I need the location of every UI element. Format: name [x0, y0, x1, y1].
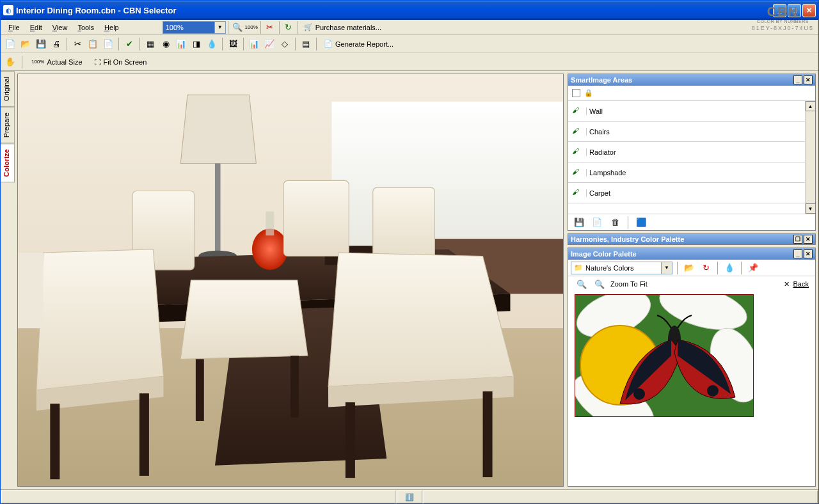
grid-icon[interactable]: ▦	[143, 37, 157, 51]
bar-chart-icon[interactable]: 📊	[247, 37, 261, 51]
tab-original[interactable]: Original	[1, 71, 15, 107]
reload-icon[interactable]: ↻	[699, 261, 713, 275]
area-row[interactable]: 🖌Radiator	[568, 142, 805, 162]
panel-minimize-button[interactable]: _	[793, 249, 802, 258]
right-panels: SmartImage Areas _ ✕ 🔒 🖌Wall🖌Chairs🖌Radi…	[568, 74, 816, 487]
paste-icon[interactable]: 📄	[101, 37, 115, 51]
zoom-100-icon[interactable]: 100%	[244, 20, 258, 35]
palette-combo[interactable]: 📁Nature's Colors ▼	[571, 262, 672, 274]
open-icon[interactable]: 📂	[19, 37, 33, 51]
print-icon[interactable]: 🖨	[49, 37, 63, 51]
color-wheel-icon[interactable]: ◉	[159, 37, 173, 51]
purchase-materials-button[interactable]: 🛒 Purchase materials...	[300, 22, 385, 33]
open-folder-icon[interactable]: 📂	[682, 261, 696, 275]
svg-rect-26	[290, 356, 299, 418]
actual-size-button[interactable]: 100% Actual Size	[27, 56, 87, 68]
main-area: SmartImage Areas _ ✕ 🔒 🖌Wall🖌Chairs🖌Radi…	[15, 71, 818, 489]
fit-screen-button[interactable]: ⛶ Fit On Screen	[90, 56, 152, 68]
fit-screen-icon: ⛶	[94, 58, 101, 66]
brand-logo: CBN COLOR BY NUMBERS 81EY-8XJ0-74U5	[752, 0, 814, 36]
erase-icon[interactable]: ◇	[278, 37, 292, 51]
menu-view[interactable]: View	[47, 22, 73, 33]
svg-marker-16	[36, 249, 164, 390]
palette-image[interactable]	[575, 294, 754, 417]
panel-close-button[interactable]: ✕	[804, 75, 813, 84]
menu-bar: File Edit View Tools Help ▼ 🔍 100% ✂ ↻ 🛒…	[1, 20, 818, 35]
app-icon: ◐	[3, 5, 13, 15]
menu-help[interactable]: Help	[99, 22, 124, 33]
area-row[interactable]: 🖌Chairs	[568, 122, 805, 142]
panel-close-button[interactable]: ✕	[804, 249, 813, 258]
zoom-combo[interactable]: ▼	[163, 21, 226, 34]
smartimage-list: 🖌Wall🖌Chairs🖌Radiator🖌Lampshade🖌Carpet ▲…	[568, 101, 815, 214]
contrast-icon[interactable]: ◨	[189, 37, 203, 51]
svg-rect-22	[346, 402, 355, 478]
back-button[interactable]: Back	[793, 280, 809, 288]
menu-edit[interactable]: Edit	[25, 22, 47, 33]
pin-icon[interactable]: 📌	[746, 261, 760, 275]
zoom-input[interactable]	[163, 22, 214, 33]
palette-sub-toolbar: 🔍 🔍 Zoom To Fit ✕ Back	[568, 276, 815, 292]
svg-marker-4	[180, 95, 256, 163]
moth-flower-image	[575, 295, 754, 417]
scrollbar[interactable]: ▲ ▼	[805, 101, 815, 214]
toolbar-view: ✋ 100% Actual Size ⛶ Fit On Screen	[1, 53, 818, 71]
select-all-checkbox[interactable]	[572, 89, 580, 97]
delete-area-icon[interactable]: 🗑	[608, 216, 622, 230]
content-area: Original Prepare Colorize	[1, 71, 818, 489]
zoom-to-fit-button[interactable]: Zoom To Fit	[610, 280, 648, 288]
menu-file[interactable]: File	[3, 22, 25, 33]
tab-prepare[interactable]: Prepare	[1, 107, 15, 143]
levels-icon[interactable]: 📈	[262, 37, 276, 51]
actual-size-icon: 100%	[31, 59, 44, 65]
new-area-icon[interactable]: 📄	[590, 216, 604, 230]
image-viewport[interactable]	[17, 74, 564, 487]
color-select-icon[interactable]: 🟦	[634, 216, 648, 230]
eyedropper-icon[interactable]: 💧	[205, 37, 219, 51]
panel-restore-button[interactable]: ❐	[793, 235, 802, 244]
chevron-down-icon[interactable]: ▼	[661, 262, 672, 274]
image-palette-header: Image Color Palette _ ✕	[568, 248, 815, 260]
zoom-in-icon[interactable]: 🔍	[575, 277, 589, 291]
cut-tool-icon[interactable]: ✂	[263, 20, 277, 35]
refresh-icon[interactable]: ↻	[282, 20, 296, 35]
area-row[interactable]: 🖌Wall	[568, 101, 805, 122]
save-area-icon[interactable]: 💾	[572, 216, 586, 230]
lock-icon[interactable]: 🔒	[584, 89, 593, 97]
menu-tools[interactable]: Tools	[72, 22, 99, 33]
undo-icon[interactable]: ✔	[122, 37, 136, 51]
status-bar: ℹ️	[1, 489, 818, 503]
chart-icon[interactable]: 📊	[174, 37, 188, 51]
area-row[interactable]: 🖌Lampshade	[568, 162, 805, 183]
panel-close-button[interactable]: ✕	[804, 235, 813, 244]
svg-rect-5	[215, 164, 221, 253]
report-icon: 📄	[324, 40, 333, 48]
brush-icon: 🖌	[572, 147, 582, 157]
scroll-up-icon[interactable]: ▲	[806, 101, 816, 111]
svg-rect-18	[50, 404, 60, 479]
cart-icon: 🛒	[304, 23, 313, 31]
eyedropper-icon[interactable]: 💧	[722, 261, 736, 275]
zoom-out-icon[interactable]: 🔍	[592, 277, 607, 291]
save-icon[interactable]: 💾	[34, 37, 48, 51]
cut-icon[interactable]: ✂	[70, 37, 84, 51]
panel-minimize-button[interactable]: _	[793, 75, 802, 84]
chevron-down-icon[interactable]: ▼	[214, 22, 225, 33]
new-icon[interactable]: 📄	[3, 37, 17, 51]
status-cell-left	[1, 491, 395, 503]
layers-icon[interactable]: ▤	[299, 37, 313, 51]
close-x-icon[interactable]: ✕	[784, 280, 790, 288]
generate-report-button[interactable]: 📄 Generate Report...	[320, 38, 397, 49]
smartimage-header: SmartImage Areas _ ✕	[568, 74, 815, 86]
dining-room-image	[18, 74, 563, 486]
hand-tool-icon[interactable]: ✋	[3, 55, 17, 69]
tab-colorize[interactable]: Colorize	[1, 143, 15, 182]
brush-icon: 🖌	[572, 188, 582, 198]
svg-rect-14	[283, 180, 349, 256]
scroll-down-icon[interactable]: ▼	[806, 203, 816, 214]
picture-icon[interactable]: 🖼	[226, 37, 240, 51]
svg-rect-15	[373, 187, 435, 263]
zoom-in-icon[interactable]: 🔍	[230, 20, 244, 35]
copy-icon[interactable]: 📋	[86, 37, 100, 51]
area-row[interactable]: 🖌Carpet	[568, 183, 805, 203]
